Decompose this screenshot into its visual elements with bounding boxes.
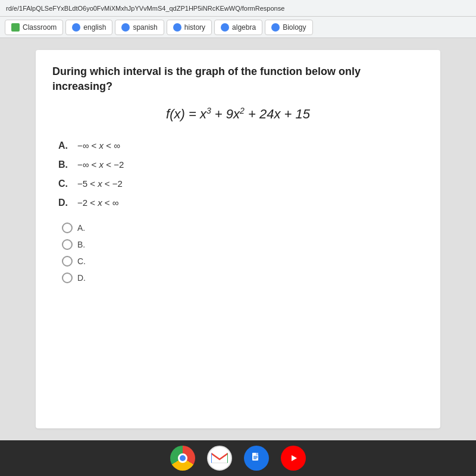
radio-label-c: C.: [77, 256, 86, 266]
tab-history-label: history: [184, 23, 205, 32]
tab-spanish-label: spanish: [133, 23, 157, 32]
radio-item-c[interactable]: C.: [62, 256, 424, 267]
answer-text-b: −∞ < x < −2: [77, 159, 124, 170]
answer-option-c: C. −5 < x < −2: [58, 178, 424, 189]
tab-bar: Classroom english spanish history algebr…: [0, 17, 476, 38]
tab-classroom[interactable]: Classroom: [5, 20, 63, 35]
tab-algebra[interactable]: algebra: [214, 20, 262, 35]
english-favicon: [72, 23, 80, 32]
answer-options: A. −∞ < x < ∞ B. −∞ < x < −2 C. −5 < x <…: [52, 140, 424, 208]
answer-option-b: B. −∞ < x < −2: [58, 159, 424, 170]
url-bar: rd/e/1FAlpQLSeFYxBLdtO6yo0FvMiXMxhJpYVvM…: [0, 0, 476, 17]
radio-label-a: A.: [77, 223, 85, 233]
gmail-svg: [211, 452, 228, 464]
history-favicon: [173, 23, 181, 32]
main-content: During which interval is the graph of th…: [0, 38, 476, 440]
chrome-icon[interactable]: [170, 446, 195, 471]
algebra-favicon: [221, 23, 229, 32]
radio-item-a[interactable]: A.: [62, 223, 424, 233]
spanish-favicon: [121, 23, 130, 32]
docs-icon[interactable]: [244, 446, 269, 471]
answer-text-d: −2 < x < ∞: [77, 198, 119, 208]
youtube-icon[interactable]: [281, 446, 306, 471]
tab-biology-label: Biology: [283, 23, 306, 32]
radio-options: A. B. C. D.: [52, 223, 424, 283]
gmail-icon[interactable]: [207, 446, 232, 471]
tab-history[interactable]: history: [167, 20, 212, 35]
radio-label-d: D.: [77, 273, 86, 283]
radio-item-d[interactable]: D.: [62, 273, 424, 283]
chrome-center: [178, 453, 187, 463]
tab-biology[interactable]: Biology: [265, 20, 312, 35]
url-text: rd/e/1FAlpQLSeFYxBLdtO6yo0FvMiXMxhJpYVvM…: [6, 5, 284, 12]
answer-letter-c: C.: [58, 178, 70, 189]
biology-favicon: [271, 23, 280, 32]
classroom-favicon: [11, 23, 20, 32]
tab-algebra-label: algebra: [232, 23, 256, 32]
answer-option-a: A. −∞ < x < ∞: [58, 140, 424, 151]
radio-circle-a[interactable]: [62, 223, 73, 233]
tab-english[interactable]: english: [65, 20, 112, 35]
formula-display: f(x) = x3 + 9x2 + 24x + 15: [52, 106, 424, 122]
radio-circle-c[interactable]: [62, 256, 73, 267]
taskbar: [0, 440, 476, 476]
answer-letter-d: D.: [58, 198, 70, 208]
tab-classroom-label: Classroom: [23, 23, 57, 32]
svg-rect-2: [256, 453, 258, 455]
radio-label-b: B.: [77, 240, 85, 249]
radio-circle-b[interactable]: [62, 239, 73, 250]
question-card: During which interval is the graph of th…: [36, 50, 440, 428]
tab-english-label: english: [83, 23, 106, 32]
radio-circle-d[interactable]: [62, 273, 73, 283]
answer-letter-a: A.: [58, 140, 70, 151]
answer-letter-b: B.: [58, 159, 70, 170]
answer-text-a: −∞ < x < ∞: [77, 140, 120, 151]
answer-option-d: D. −2 < x < ∞: [58, 198, 424, 208]
docs-svg: [250, 452, 263, 465]
question-title: During which interval is the graph of th…: [52, 64, 424, 94]
youtube-svg: [286, 453, 300, 464]
answer-text-c: −5 < x < −2: [77, 178, 123, 189]
radio-item-b[interactable]: B.: [62, 239, 424, 250]
tab-spanish[interactable]: spanish: [115, 20, 164, 35]
